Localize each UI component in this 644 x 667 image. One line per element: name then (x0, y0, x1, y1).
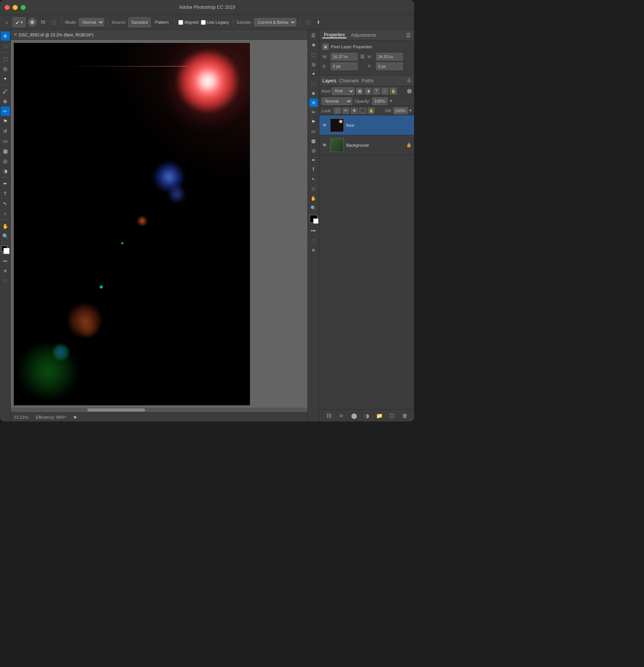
blend-mode-select[interactable]: Normal (322, 97, 352, 105)
layer-item-flare[interactable]: 👁 flare (319, 115, 414, 135)
crop-rtool-btn[interactable]: ⬛ (309, 79, 318, 88)
gradient-rtool-btn[interactable]: ▦ (309, 137, 318, 145)
background-color[interactable] (3, 248, 10, 254)
aligned-checkbox[interactable]: Aligned (178, 20, 199, 25)
filter-pixel-icon[interactable]: ▦ (356, 88, 363, 95)
fill-input[interactable] (393, 107, 408, 114)
fill-dropdown[interactable]: ▾ (409, 108, 412, 113)
layer-visibility-flare[interactable]: 👁 (322, 122, 328, 128)
layer-comp-rtool-btn[interactable]: ⬚ (309, 236, 318, 245)
color-swatch[interactable] (1, 246, 10, 254)
edit-rtool-btn[interactable]: ⊞ (309, 246, 318, 254)
history-brush-tool[interactable]: ↺ (1, 126, 10, 136)
heal-rtool-btn[interactable]: ⊕ (309, 98, 318, 107)
tab-channels[interactable]: Channels (339, 78, 359, 84)
brush-rtool-btn[interactable]: ✏ (309, 108, 318, 116)
healing-tool[interactable]: ⊕ (1, 97, 10, 106)
horizontal-scrollbar[interactable] (11, 408, 307, 412)
minimize-button[interactable] (13, 5, 18, 10)
eye-rtool-btn[interactable]: ◈ (309, 89, 318, 97)
export-button[interactable]: ⬆ (314, 17, 322, 27)
fx-btn[interactable]: fx (337, 411, 346, 420)
text-rtool-btn[interactable]: T (309, 166, 318, 174)
stamp-tool[interactable]: ⚑ (1, 116, 10, 126)
gradient-tool[interactable]: ▦ (1, 146, 10, 156)
lasso-tool[interactable]: ◎ (1, 64, 10, 73)
x-input[interactable] (331, 62, 358, 70)
edit-toolbar-button[interactable]: ⊞ (1, 266, 10, 275)
blur-rtool-btn[interactable]: ◎ (309, 146, 318, 155)
tab-properties[interactable]: Properties (322, 32, 347, 38)
sampled-button[interactable]: Sampled (128, 17, 150, 27)
layer-item-background[interactable]: 👁 Background 🔒 (319, 135, 414, 155)
artboard-tool[interactable]: ⬚ (1, 41, 10, 51)
kind-select[interactable]: Kind (332, 87, 355, 95)
select-rtool-btn[interactable]: ⬚ (309, 51, 318, 59)
filter-smart-icon[interactable]: 🔒 (390, 88, 397, 95)
y-input[interactable] (376, 62, 403, 70)
bg-color-swatch[interactable] (313, 218, 319, 224)
w-input[interactable] (331, 53, 358, 61)
brush-preset-button[interactable]: ⬚ (49, 17, 58, 27)
opacity-input[interactable] (372, 97, 388, 105)
filter-shape-icon[interactable]: □ (381, 88, 388, 95)
blur-tool[interactable]: ◎ (1, 156, 10, 166)
adjustment-btn[interactable]: ◑ (363, 411, 371, 420)
magic-wand-tool[interactable]: ✦ (1, 74, 10, 83)
brush-tool[interactable]: ✏ (1, 107, 10, 116)
scrollbar-thumb[interactable] (87, 408, 145, 411)
lock-move-btn[interactable]: ✥ (351, 108, 358, 114)
marquee-tool[interactable]: ⬚ (1, 54, 10, 63)
home-button[interactable]: ⌂ (3, 17, 10, 27)
link-icon[interactable]: ⛓ (359, 54, 366, 59)
link-layers-btn[interactable]: ⛓ (325, 411, 333, 420)
layer-visibility-bg[interactable]: 👁 (322, 142, 328, 148)
eraser-tool[interactable]: ▭ (1, 136, 10, 146)
statusbar-arrow[interactable]: ▶ (74, 415, 77, 420)
pen-rtool-btn[interactable]: ✒ (309, 156, 318, 164)
filter-toggle[interactable] (407, 89, 412, 93)
fg-color-swatch[interactable] (310, 215, 317, 223)
mask-btn[interactable]: ⬤ (350, 411, 358, 420)
path-rtool-btn[interactable]: ↖ (309, 175, 318, 184)
more-tools-button[interactable]: ••• (1, 256, 10, 265)
canvas[interactable] (14, 43, 250, 405)
mode-select[interactable]: Normal (79, 18, 104, 26)
properties-menu-btn[interactable]: ☰ (406, 32, 411, 38)
h-input[interactable] (376, 53, 403, 61)
pen-tool[interactable]: ✒ (1, 179, 10, 188)
move-tool[interactable]: ✥ (1, 31, 10, 41)
text-tool[interactable]: T (1, 189, 10, 198)
eyedropper-tool[interactable]: 🖊 (1, 87, 10, 96)
group-btn[interactable]: 📁 (375, 411, 384, 420)
filter-adj-icon[interactable]: ◑ (365, 88, 371, 95)
lock-all-btn[interactable]: 🔒 (368, 108, 375, 114)
delete-layer-btn[interactable]: 🗑 (401, 411, 409, 420)
shape-rtool-btn[interactable]: □ (309, 185, 318, 193)
pattern-button[interactable]: Pattern (153, 17, 171, 27)
stamp-rtool-btn[interactable]: ⚑ (309, 118, 318, 126)
zoom-tool[interactable]: 🔍 (1, 231, 10, 241)
layers-menu-btn[interactable]: ☰ (407, 78, 411, 83)
brush-tool-button[interactable]: 🖌 ▾ (13, 17, 26, 27)
lock-transparent-btn[interactable]: ⬚ (334, 108, 341, 114)
opacity-dropdown[interactable]: ▾ (390, 98, 392, 103)
sample-select[interactable]: Current & Below (254, 18, 296, 26)
tab-close-button[interactable]: ✕ (14, 32, 17, 37)
hand-tool[interactable]: ✋ (1, 221, 10, 231)
close-button[interactable] (5, 5, 10, 10)
dodge-tool[interactable]: ◑ (1, 166, 10, 175)
filter-text-icon[interactable]: T (373, 88, 380, 95)
wand-rtool-btn[interactable]: ✦ (309, 70, 318, 78)
new-layer-btn[interactable]: ☐ (388, 411, 396, 420)
tab-layers[interactable]: Layers (322, 78, 336, 84)
tab-paths[interactable]: Paths (362, 78, 374, 84)
layer-comp-button[interactable]: ⬚ (1, 276, 10, 285)
hand-rtool-btn[interactable]: ✋ (309, 194, 318, 203)
tab-adjustments[interactable]: Adjustments (350, 33, 378, 38)
use-legacy-checkbox[interactable]: Use Legacy (201, 20, 229, 25)
more-rtool-btn[interactable]: ••• (309, 227, 318, 235)
zoom-rtool-btn[interactable]: 🔍 (309, 204, 318, 212)
shape-tool[interactable]: ○ (1, 209, 10, 218)
path-select-tool[interactable]: ↖ (1, 199, 10, 208)
